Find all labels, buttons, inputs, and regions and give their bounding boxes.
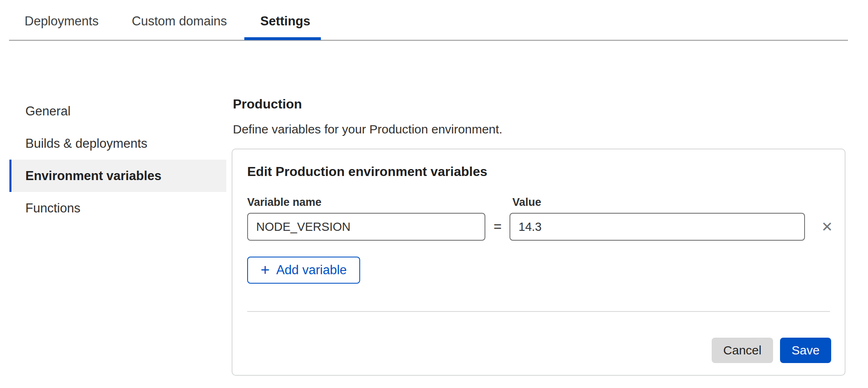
delete-variable-button[interactable]: ✕ (818, 217, 836, 236)
sidebar-item-general[interactable]: General (9, 95, 226, 127)
variable-name-label: Variable name (247, 196, 322, 209)
add-variable-button[interactable]: + Add variable (247, 257, 360, 284)
add-variable-label: Add variable (276, 263, 347, 277)
plus-icon: + (261, 262, 270, 277)
card-footer-divider (247, 311, 830, 312)
section-description: Define variables for your Production env… (233, 122, 503, 136)
save-button[interactable]: Save (780, 338, 831, 363)
tab-deployments[interactable]: Deployments (25, 15, 99, 28)
tab-settings[interactable]: Settings (260, 15, 310, 28)
sidebar-item-functions[interactable]: Functions (9, 192, 226, 224)
tabbar-divider (9, 40, 848, 41)
sidebar-item-builds-deployments[interactable]: Builds & deployments (9, 127, 226, 160)
tab-custom-domains[interactable]: Custom domains (132, 15, 227, 28)
active-tab-indicator (244, 37, 321, 40)
sidebar-item-environment-variables[interactable]: Environment variables (9, 160, 226, 192)
close-icon: ✕ (821, 220, 833, 234)
environment-variables-card: Edit Production environment variables Va… (232, 149, 845, 376)
value-label: Value (512, 196, 541, 209)
cancel-button[interactable]: Cancel (712, 338, 773, 363)
page-title: Production (233, 97, 302, 112)
settings-sidebar: General Builds & deployments Environment… (9, 95, 226, 224)
variable-name-input[interactable] (247, 213, 485, 241)
equals-sign: = (486, 219, 509, 235)
card-title: Edit Production environment variables (247, 164, 487, 179)
variable-value-input[interactable] (510, 213, 805, 241)
